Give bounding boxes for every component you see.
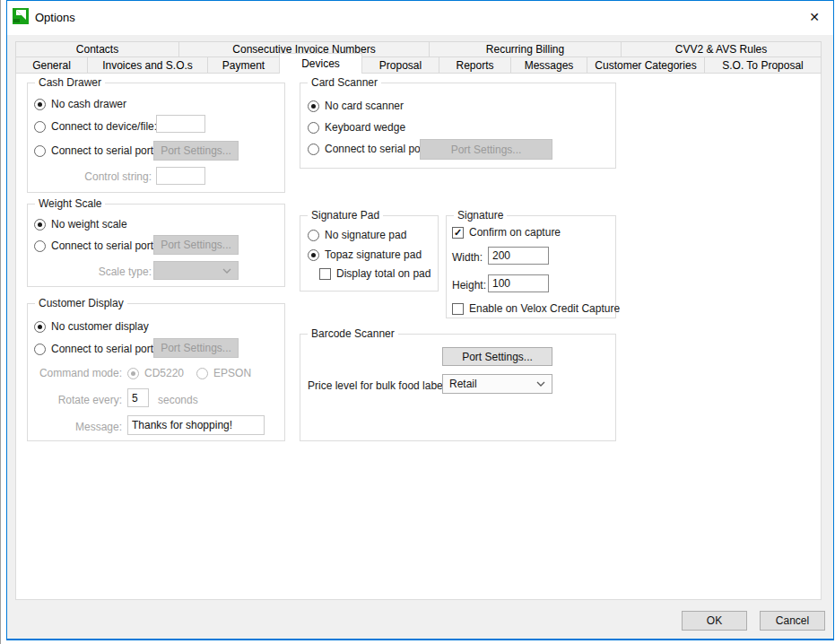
rotate-seconds-input[interactable] [127, 388, 149, 407]
radio-weight-connect-serial[interactable]: Connect to serial port: [34, 239, 156, 252]
radio-button-icon [34, 344, 46, 355]
tab-cvv2-avs-rules[interactable]: CVV2 & AVS Rules [621, 41, 822, 57]
radio-button-icon [34, 145, 46, 157]
message-label: Message: [37, 421, 122, 433]
window-title: Options [35, 11, 75, 24]
rotate-every-label: Rotate every: [37, 394, 122, 406]
weight-scale-port-settings-button: Port Settings... [153, 235, 239, 255]
signature-group-title: Signature [454, 209, 507, 222]
price-level-label: Price level for bulk food label: [308, 379, 448, 392]
customer-display-group: Customer Display No customer display Con… [27, 303, 285, 441]
radio-no-weight-scale[interactable]: No weight scale [34, 218, 127, 231]
rotate-every-row: Rotate every: [37, 394, 122, 406]
tab-customer-categories[interactable]: Customer Categories [587, 57, 705, 74]
radio-button-icon [308, 230, 319, 241]
radio-cd5220-icon [127, 368, 139, 379]
height-label: Height: [452, 279, 486, 292]
control-string-row: Control string: [73, 170, 152, 183]
tab-reports[interactable]: Reports [439, 57, 511, 74]
checkbox-display-total-on-pad[interactable]: Display total on pad [319, 267, 431, 280]
barcode-port-settings-button[interactable]: Port Settings... [442, 347, 552, 366]
radio-keyboard-wedge[interactable]: Keyboard wedge [308, 121, 405, 134]
checkbox-checked-icon: ✓ [452, 227, 464, 239]
checkbox-confirm-on-capture[interactable]: ✓ Confirm on capture [452, 226, 561, 239]
signature-group: Signature ✓ Confirm on capture Width: He… [446, 215, 616, 318]
radio-button-icon [34, 121, 46, 133]
close-icon[interactable]: ✕ [802, 5, 827, 29]
tab-devices[interactable]: Devices [279, 53, 362, 74]
radio-connect-serial-port[interactable]: Connect to serial port: [34, 144, 156, 157]
scale-type-row: Scale type: [73, 265, 152, 278]
message-row: Message: [37, 421, 122, 433]
radio-button-icon [34, 219, 46, 231]
checkbox-icon [319, 268, 331, 280]
radio-button-icon [308, 144, 319, 155]
control-string-label: Control string: [73, 170, 152, 183]
scale-type-label: Scale type: [73, 265, 152, 278]
card-scanner-port-settings-button: Port Settings... [420, 139, 552, 160]
tab-so-to-proposal[interactable]: S.O. To Proposal [704, 57, 822, 74]
signature-pad-group-title: Signature Pad [308, 209, 383, 222]
cd5220-label: CD5220 [144, 367, 184, 379]
background-edge [0, 0, 1, 644]
radio-card-connect-serial[interactable]: Connect to serial port: [308, 143, 430, 155]
radio-button-icon [34, 321, 46, 333]
radio-display-connect-serial[interactable]: Connect to serial port: [34, 343, 156, 355]
price-level-dropdown[interactable]: Retail [442, 374, 552, 394]
weight-scale-group-title: Weight Scale [35, 197, 105, 210]
customer-display-group-title: Customer Display [35, 297, 127, 309]
height-input[interactable] [488, 274, 549, 292]
ok-button[interactable]: OK [682, 611, 747, 631]
cancel-button[interactable]: Cancel [760, 611, 825, 631]
width-label: Width: [452, 251, 483, 264]
tab-contacts[interactable]: Contacts [15, 41, 179, 57]
weight-scale-group: Weight Scale No weight scale Connect to … [27, 204, 285, 287]
customer-display-port-settings-button: Port Settings... [153, 338, 239, 358]
tab-invoices-and-sos[interactable]: Invoices and S.O.s [87, 57, 208, 74]
chevron-down-icon [222, 268, 231, 274]
cash-drawer-group-title: Cash Drawer [35, 76, 105, 89]
tab-messages[interactable]: Messages [510, 57, 587, 74]
radio-button-icon [308, 100, 319, 112]
chevron-down-icon [536, 381, 545, 387]
tab-payment[interactable]: Payment [207, 57, 280, 74]
barcode-scanner-group: Barcode Scanner Port Settings... Price l… [300, 334, 616, 441]
radio-button-icon [34, 240, 46, 252]
radio-button-icon [34, 99, 46, 110]
device-file-input[interactable] [156, 115, 205, 133]
epson-label: EPSON [213, 367, 251, 379]
signature-pad-group: Signature Pad No signature pad Topaz sig… [300, 215, 439, 292]
cash-drawer-group: Cash Drawer No cash drawer Connect to de… [27, 83, 285, 193]
command-mode-row: Command mode: CD5220 EPSON [37, 367, 251, 379]
checkbox-icon [452, 303, 464, 315]
card-scanner-group-title: Card Scanner [308, 76, 381, 89]
radio-no-customer-display[interactable]: No customer display [34, 320, 149, 333]
barcode-scanner-group-title: Barcode Scanner [308, 327, 398, 340]
radio-no-signature-pad[interactable]: No signature pad [308, 229, 406, 241]
radio-button-icon [308, 122, 319, 134]
radio-button-icon [308, 249, 319, 261]
width-input[interactable] [488, 247, 549, 265]
checkbox-enable-velox-credit-capture[interactable]: Enable on Velox Credit Capture [452, 302, 620, 315]
cash-drawer-port-settings-button: Port Settings... [153, 141, 239, 161]
radio-topaz-signature-pad[interactable]: Topaz signature pad [308, 248, 422, 261]
radio-no-card-scanner[interactable]: No card scanner [308, 100, 404, 112]
title-bar [7, 1, 833, 35]
seconds-label: seconds [158, 394, 198, 406]
tab-general[interactable]: General [15, 57, 88, 74]
radio-no-cash-drawer[interactable]: No cash drawer [34, 98, 126, 110]
radio-epson-icon [196, 368, 208, 379]
tab-proposal[interactable]: Proposal [361, 57, 439, 74]
card-scanner-group: Card Scanner No card scanner Keyboard we… [300, 83, 616, 169]
app-icon [13, 8, 29, 24]
scale-type-dropdown [153, 261, 239, 280]
message-input[interactable] [127, 415, 265, 435]
command-mode-label: Command mode: [37, 367, 122, 379]
radio-connect-device-file[interactable]: Connect to device/file: [34, 120, 157, 133]
tab-recurring-billing[interactable]: Recurring Billing [429, 41, 622, 57]
control-string-input[interactable] [156, 167, 205, 185]
